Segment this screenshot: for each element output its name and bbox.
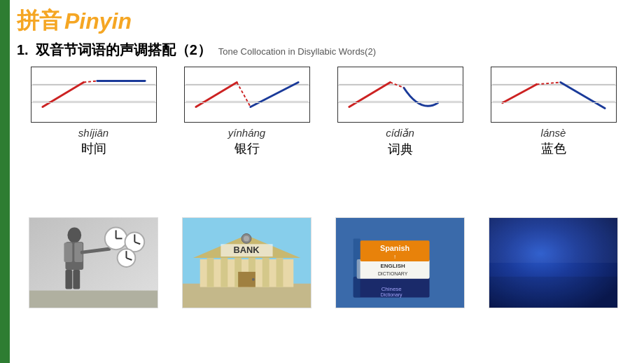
- svg-text:DICTIONARY: DICTIONARY: [378, 271, 408, 276]
- tone-box-4: [491, 67, 617, 123]
- svg-line-2: [42, 82, 83, 107]
- section-english: Tone Collocation in Disyllabic Words(2): [218, 46, 376, 57]
- diagram-lanSe: lánsè 蓝色: [487, 67, 620, 158]
- blue-color-placeholder: [489, 218, 617, 308]
- bank-placeholder: BANK: [183, 218, 311, 308]
- tone-box-3: [337, 67, 463, 123]
- svg-rect-41: [220, 258, 227, 287]
- dictionary-placeholder: Chinese Dictionary ENGLISH DICTIONARY Sp…: [336, 218, 464, 308]
- chinese-4: 蓝色: [541, 140, 566, 157]
- images-row: BANK Chinese Dictionary ENGLISH: [17, 217, 630, 308]
- svg-rect-44: [262, 258, 270, 287]
- diagram-ciDian: cídiǎn 词典: [334, 67, 467, 158]
- chinese-1: 时间: [81, 140, 106, 157]
- svg-rect-63: [354, 238, 360, 297]
- pinyin-1: shíjiān: [78, 127, 108, 139]
- svg-line-12: [349, 82, 390, 107]
- svg-rect-40: [207, 258, 214, 287]
- svg-line-9: [237, 82, 251, 107]
- page-header: 拼音 Pinyin: [17, 6, 644, 36]
- chinese-3: 词典: [388, 141, 413, 158]
- diagram-yinHang: yínháng 银行: [181, 67, 314, 158]
- pinyin-3: cídiǎn: [386, 127, 414, 139]
- clock-person-placeholder: [29, 218, 158, 308]
- sidebar-decoration: [0, 0, 10, 363]
- svg-line-16: [502, 84, 536, 102]
- svg-line-13: [390, 82, 404, 88]
- svg-rect-38: [183, 284, 311, 308]
- pinyin-2: yínháng: [228, 127, 265, 139]
- svg-point-21: [67, 228, 81, 243]
- diagram-shiJian: shíjiān 时间: [27, 67, 160, 158]
- svg-text:Chinese: Chinese: [382, 286, 402, 292]
- section-heading: 1. 双音节词语的声调搭配（2） Tone Collocation in Dis…: [17, 41, 376, 60]
- title-chinese: 拼音: [17, 6, 62, 36]
- tone-box-2: [184, 67, 310, 123]
- svg-rect-23: [64, 242, 72, 262]
- image-clock-person: [29, 217, 158, 308]
- svg-text:Spanish: Spanish: [380, 244, 410, 252]
- svg-point-52: [252, 278, 255, 281]
- svg-point-50: [244, 235, 249, 241]
- svg-rect-25: [65, 270, 72, 289]
- image-bank: BANK: [182, 217, 312, 308]
- svg-text:BANK: BANK: [233, 245, 260, 255]
- diagrams-row: shíjiān 时间 yínháng 银行: [17, 67, 630, 158]
- svg-rect-45: [276, 258, 284, 287]
- svg-rect-20: [29, 291, 158, 308]
- svg-rect-65: [489, 218, 617, 263]
- image-blue: [489, 217, 618, 308]
- section-number: 1.: [17, 42, 29, 58]
- page-title: 拼音 Pinyin: [17, 6, 644, 36]
- tone-box-1: [31, 67, 157, 123]
- chinese-2: 银行: [234, 140, 260, 157]
- svg-line-8: [250, 82, 298, 107]
- svg-rect-26: [73, 270, 80, 289]
- svg-line-4: [83, 81, 97, 83]
- svg-text:!: !: [394, 254, 396, 260]
- section-chinese: 双音节词语的声调搭配（2）: [36, 41, 211, 60]
- image-dictionary: Chinese Dictionary ENGLISH DICTIONARY Sp…: [335, 217, 465, 308]
- svg-rect-66: [489, 277, 617, 308]
- pinyin-4: lánsè: [541, 127, 566, 139]
- svg-text:ENGLISH: ENGLISH: [381, 263, 405, 269]
- svg-text:Dictionary: Dictionary: [381, 292, 402, 298]
- svg-line-17: [560, 82, 604, 108]
- svg-line-7: [195, 82, 237, 107]
- title-pinyin: Pinyin: [64, 8, 132, 34]
